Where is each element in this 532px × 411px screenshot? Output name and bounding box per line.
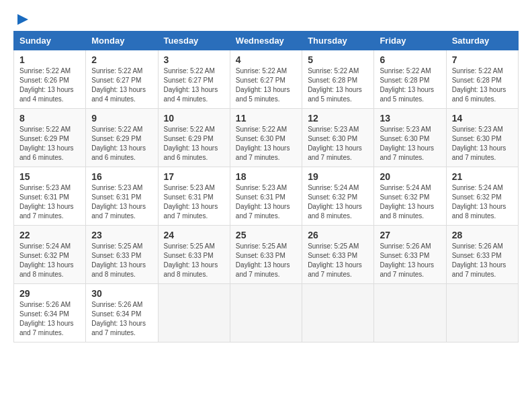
day-number: 29 [19, 288, 80, 299]
day-info: Sunrise: 5:23 AMSunset: 6:31 PMDaylight:… [19, 183, 80, 221]
day-number: 27 [380, 230, 440, 240]
calendar-cell: 21Sunrise: 5:24 AMSunset: 6:32 PMDayligh… [446, 167, 518, 226]
calendar-cell: 9Sunrise: 5:22 AMSunset: 6:29 PMDaylight… [86, 109, 158, 167]
calendar-cell: 6Sunrise: 5:22 AMSunset: 6:28 PMDaylight… [374, 50, 446, 109]
day-number: 10 [164, 113, 224, 124]
calendar-cell: 18Sunrise: 5:23 AMSunset: 6:31 PMDayligh… [230, 167, 302, 226]
weekday-header-row: SundayMondayTuesdayWednesdayThursdayFrid… [14, 32, 519, 50]
calendar-table: SundayMondayTuesdayWednesdayThursdayFrid… [13, 31, 519, 342]
calendar-cell: 7Sunrise: 5:22 AMSunset: 6:28 PMDaylight… [446, 50, 518, 109]
day-number: 26 [308, 230, 368, 240]
day-number: 18 [236, 171, 296, 182]
calendar-week-row: 1Sunrise: 5:22 AMSunset: 6:26 PMDaylight… [14, 50, 519, 109]
day-number: 20 [380, 171, 440, 182]
weekday-header-friday: Friday [374, 32, 446, 50]
day-info: Sunrise: 5:23 AMSunset: 6:31 PMDaylight:… [236, 183, 296, 221]
weekday-header-monday: Monday [86, 32, 158, 50]
day-number: 17 [164, 171, 224, 182]
day-number: 24 [164, 230, 224, 240]
calendar-cell: 4Sunrise: 5:22 AMSunset: 6:27 PMDaylight… [230, 50, 302, 109]
page-header [13, 13, 519, 24]
day-info: Sunrise: 5:25 AMSunset: 6:33 PMDaylight:… [236, 242, 296, 279]
day-info: Sunrise: 5:23 AMSunset: 6:30 PMDaylight:… [308, 125, 368, 163]
day-info: Sunrise: 5:25 AMSunset: 6:33 PMDaylight:… [164, 242, 224, 279]
calendar-cell [230, 284, 302, 342]
calendar-week-row: 22Sunrise: 5:24 AMSunset: 6:32 PMDayligh… [14, 226, 519, 284]
logo-arrow-icon [15, 12, 30, 27]
calendar-cell [302, 284, 374, 342]
day-number: 9 [91, 113, 152, 124]
calendar-week-row: 15Sunrise: 5:23 AMSunset: 6:31 PMDayligh… [14, 167, 519, 226]
weekday-header-tuesday: Tuesday [158, 32, 230, 50]
day-info: Sunrise: 5:26 AMSunset: 6:34 PMDaylight:… [91, 300, 152, 338]
day-info: Sunrise: 5:26 AMSunset: 6:34 PMDaylight:… [19, 300, 80, 338]
day-number: 21 [452, 171, 513, 182]
calendar-week-row: 8Sunrise: 5:22 AMSunset: 6:29 PMDaylight… [14, 109, 519, 167]
day-info: Sunrise: 5:22 AMSunset: 6:28 PMDaylight:… [452, 66, 513, 104]
day-info: Sunrise: 5:22 AMSunset: 6:29 PMDaylight:… [91, 125, 152, 163]
day-info: Sunrise: 5:24 AMSunset: 6:32 PMDaylight:… [19, 242, 80, 279]
day-info: Sunrise: 5:23 AMSunset: 6:31 PMDaylight:… [164, 183, 224, 221]
day-number: 12 [308, 113, 368, 124]
calendar-cell: 12Sunrise: 5:23 AMSunset: 6:30 PMDayligh… [302, 109, 374, 167]
calendar-cell: 26Sunrise: 5:25 AMSunset: 6:33 PMDayligh… [302, 226, 374, 284]
day-number: 30 [91, 288, 152, 299]
day-info: Sunrise: 5:25 AMSunset: 6:33 PMDaylight:… [308, 242, 368, 279]
weekday-header-wednesday: Wednesday [230, 32, 302, 50]
calendar-cell: 13Sunrise: 5:23 AMSunset: 6:30 PMDayligh… [374, 109, 446, 167]
day-number: 2 [91, 54, 152, 65]
calendar-cell [158, 284, 230, 342]
calendar-cell: 16Sunrise: 5:23 AMSunset: 6:31 PMDayligh… [86, 167, 158, 226]
day-number: 14 [452, 113, 513, 124]
calendar-cell: 20Sunrise: 5:24 AMSunset: 6:32 PMDayligh… [374, 167, 446, 226]
day-info: Sunrise: 5:22 AMSunset: 6:29 PMDaylight:… [19, 125, 80, 163]
day-info: Sunrise: 5:24 AMSunset: 6:32 PMDaylight:… [308, 183, 368, 221]
weekday-header-sunday: Sunday [14, 32, 86, 50]
day-number: 23 [91, 230, 152, 240]
day-number: 13 [380, 113, 440, 124]
calendar-cell: 2Sunrise: 5:22 AMSunset: 6:27 PMDaylight… [86, 50, 158, 109]
calendar-cell: 17Sunrise: 5:23 AMSunset: 6:31 PMDayligh… [158, 167, 230, 226]
calendar-cell: 19Sunrise: 5:24 AMSunset: 6:32 PMDayligh… [302, 167, 374, 226]
day-info: Sunrise: 5:22 AMSunset: 6:26 PMDaylight:… [19, 66, 80, 104]
day-number: 1 [19, 54, 80, 65]
day-number: 3 [164, 54, 224, 65]
day-info: Sunrise: 5:23 AMSunset: 6:30 PMDaylight:… [452, 125, 513, 163]
day-number: 28 [452, 230, 513, 240]
calendar-cell: 14Sunrise: 5:23 AMSunset: 6:30 PMDayligh… [446, 109, 518, 167]
day-number: 25 [236, 230, 296, 240]
calendar-cell: 29Sunrise: 5:26 AMSunset: 6:34 PMDayligh… [14, 284, 86, 342]
day-number: 22 [19, 230, 80, 240]
calendar-week-row: 29Sunrise: 5:26 AMSunset: 6:34 PMDayligh… [14, 284, 519, 342]
calendar-cell: 25Sunrise: 5:25 AMSunset: 6:33 PMDayligh… [230, 226, 302, 284]
day-info: Sunrise: 5:23 AMSunset: 6:30 PMDaylight:… [380, 125, 440, 163]
day-info: Sunrise: 5:24 AMSunset: 6:32 PMDaylight:… [380, 183, 440, 221]
calendar-cell: 10Sunrise: 5:22 AMSunset: 6:29 PMDayligh… [158, 109, 230, 167]
weekday-header-thursday: Thursday [302, 32, 374, 50]
day-info: Sunrise: 5:24 AMSunset: 6:32 PMDaylight:… [452, 183, 513, 221]
day-number: 19 [308, 171, 368, 182]
calendar-cell: 23Sunrise: 5:25 AMSunset: 6:33 PMDayligh… [86, 226, 158, 284]
calendar-cell: 3Sunrise: 5:22 AMSunset: 6:27 PMDaylight… [158, 50, 230, 109]
day-number: 6 [380, 54, 440, 65]
calendar-cell: 5Sunrise: 5:22 AMSunset: 6:28 PMDaylight… [302, 50, 374, 109]
weekday-header-saturday: Saturday [446, 32, 518, 50]
day-info: Sunrise: 5:26 AMSunset: 6:33 PMDaylight:… [452, 242, 513, 279]
calendar-cell: 8Sunrise: 5:22 AMSunset: 6:29 PMDaylight… [14, 109, 86, 167]
calendar-cell: 24Sunrise: 5:25 AMSunset: 6:33 PMDayligh… [158, 226, 230, 284]
logo [13, 13, 30, 24]
day-number: 5 [308, 54, 368, 65]
calendar-cell [446, 284, 518, 342]
day-number: 4 [236, 54, 296, 65]
calendar-cell [374, 284, 446, 342]
day-number: 11 [236, 113, 296, 124]
calendar-cell: 15Sunrise: 5:23 AMSunset: 6:31 PMDayligh… [14, 167, 86, 226]
svg-marker-0 [17, 14, 28, 25]
day-info: Sunrise: 5:22 AMSunset: 6:28 PMDaylight:… [308, 66, 368, 104]
day-info: Sunrise: 5:22 AMSunset: 6:27 PMDaylight:… [236, 66, 296, 104]
day-info: Sunrise: 5:22 AMSunset: 6:28 PMDaylight:… [380, 66, 440, 104]
day-info: Sunrise: 5:26 AMSunset: 6:33 PMDaylight:… [380, 242, 440, 279]
calendar-cell: 1Sunrise: 5:22 AMSunset: 6:26 PMDaylight… [14, 50, 86, 109]
day-number: 16 [91, 171, 152, 182]
day-info: Sunrise: 5:22 AMSunset: 6:29 PMDaylight:… [164, 125, 224, 163]
